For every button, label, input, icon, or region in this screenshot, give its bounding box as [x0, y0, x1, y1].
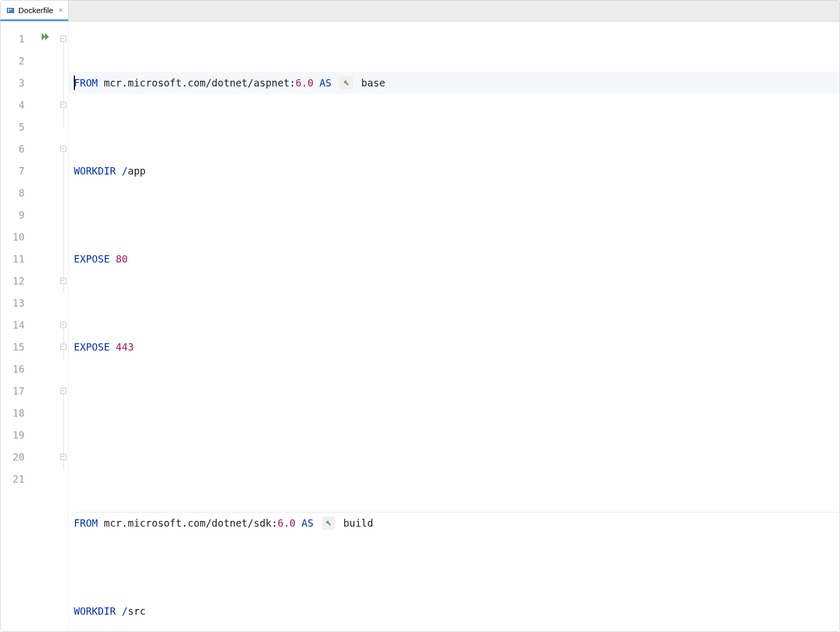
- line-number[interactable]: 19: [1, 424, 25, 446]
- svg-rect-1: [8, 9, 9, 10]
- line-number[interactable]: 20: [1, 446, 25, 468]
- run-icon[interactable]: [39, 28, 51, 50]
- fold-toggle-icon[interactable]: −: [60, 322, 67, 328]
- line-number[interactable]: 1: [1, 28, 25, 50]
- line-number[interactable]: 2: [1, 50, 25, 72]
- dockerfile-icon: [6, 5, 15, 15]
- line-number[interactable]: 11: [1, 248, 25, 270]
- line-number[interactable]: 14: [1, 314, 25, 336]
- hammer-icon[interactable]: [339, 76, 353, 90]
- stage-separator: [74, 512, 839, 513]
- line-number[interactable]: 4: [1, 94, 25, 116]
- code-line[interactable]: WORKDIR /app: [69, 160, 839, 182]
- line-number[interactable]: 3: [1, 72, 25, 94]
- code-line[interactable]: WORKDIR /src: [69, 600, 839, 622]
- tab-bar: Dockerfile ×: [1, 1, 839, 21]
- line-number[interactable]: 16: [1, 358, 25, 380]
- line-number[interactable]: 18: [1, 402, 25, 424]
- line-number[interactable]: 13: [1, 292, 25, 314]
- fold-end-icon[interactable]: ⌐: [60, 278, 67, 284]
- line-number[interactable]: 6: [1, 138, 25, 160]
- editor-container: Dockerfile × 1 2 3 4 5 6 7 8 9 10 11 12 …: [0, 0, 840, 632]
- svg-rect-3: [8, 10, 9, 12]
- code-area[interactable]: FROM mcr.microsoft.com/dotnet/aspnet:6.0…: [69, 21, 839, 631]
- line-number[interactable]: 12: [1, 270, 25, 292]
- line-number[interactable]: 15: [1, 336, 25, 358]
- hammer-icon[interactable]: [322, 516, 335, 530]
- code-line[interactable]: EXPOSE 80: [69, 248, 839, 270]
- line-number[interactable]: 5: [1, 116, 25, 138]
- tab-dockerfile[interactable]: Dockerfile ×: [1, 1, 69, 21]
- line-number-gutter: 1 2 3 4 5 6 7 8 9 10 11 12 13 14 15 16 1…: [1, 21, 32, 631]
- fold-end-icon[interactable]: ⌐: [60, 102, 67, 108]
- gutter-icons: [32, 21, 58, 631]
- line-number[interactable]: 9: [1, 204, 25, 226]
- line-number[interactable]: 17: [1, 380, 25, 402]
- fold-toggle-icon[interactable]: −: [60, 36, 67, 42]
- editor-body: 1 2 3 4 5 6 7 8 9 10 11 12 13 14 15 16 1…: [1, 21, 839, 631]
- line-number[interactable]: 8: [1, 182, 25, 204]
- code-line[interactable]: FROM mcr.microsoft.com/dotnet/aspnet:6.0…: [69, 72, 839, 94]
- line-number[interactable]: 7: [1, 160, 25, 182]
- svg-rect-2: [10, 9, 12, 10]
- fold-column: − ⌐ − ⌐ − ⌐ − ⌐: [58, 21, 69, 631]
- line-number[interactable]: 21: [1, 468, 25, 490]
- code-line[interactable]: FROM mcr.microsoft.com/dotnet/sdk:6.0 AS…: [69, 512, 839, 534]
- line-number[interactable]: 10: [1, 226, 25, 248]
- fold-toggle-icon[interactable]: −: [60, 146, 67, 152]
- fold-end-icon[interactable]: ⌐: [60, 454, 67, 460]
- close-icon[interactable]: ×: [59, 6, 63, 14]
- tab-filename: Dockerfile: [18, 6, 53, 15]
- fold-end-icon[interactable]: ⌐: [60, 344, 67, 350]
- fold-toggle-icon[interactable]: −: [60, 388, 67, 394]
- code-line[interactable]: [69, 424, 839, 446]
- code-line[interactable]: EXPOSE 443: [69, 336, 839, 358]
